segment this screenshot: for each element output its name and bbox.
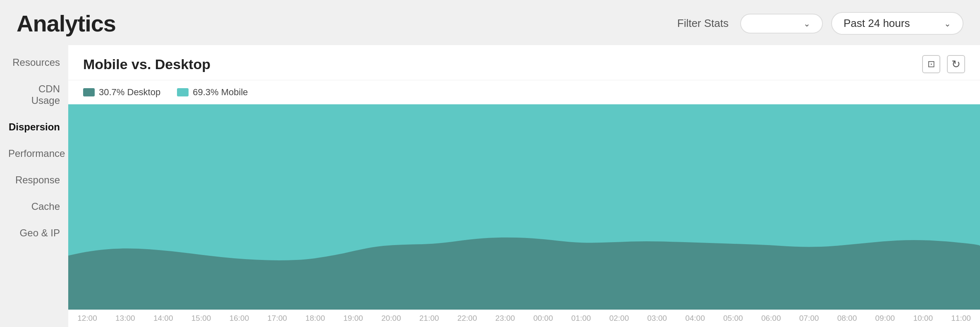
x-label-7: 19:00 (334, 314, 372, 323)
filter-stats-dropdown[interactable]: ⌄ (740, 14, 823, 34)
x-axis: 12:00 13:00 14:00 15:00 16:00 17:00 18:0… (68, 310, 980, 327)
refresh-button[interactable]: ↻ (947, 55, 965, 73)
sidebar-item-response[interactable]: Response (0, 167, 68, 193)
x-label-13: 01:00 (562, 314, 600, 323)
legend-item-mobile: 69.3% Mobile (177, 87, 248, 98)
x-label-17: 05:00 (714, 314, 752, 323)
x-label-1: 13:00 (106, 314, 144, 323)
x-label-15: 03:00 (638, 314, 676, 323)
sidebar-item-resources[interactable]: Resources (0, 49, 68, 76)
export-button[interactable]: ⊡ (922, 55, 940, 73)
sidebar-item-geo-ip[interactable]: Geo & IP (0, 220, 68, 246)
x-label-23: 11:00 (942, 314, 980, 323)
time-range-chevron-icon: ⌄ (944, 19, 951, 29)
x-label-8: 20:00 (372, 314, 410, 323)
x-label-11: 23:00 (486, 314, 524, 323)
mobile-legend-label: 69.3% Mobile (193, 87, 248, 98)
x-label-20: 08:00 (828, 314, 866, 323)
export-icon: ⊡ (927, 59, 935, 70)
sidebar-item-performance[interactable]: Performance (0, 140, 68, 167)
x-label-10: 22:00 (448, 314, 486, 323)
x-label-3: 15:00 (182, 314, 220, 323)
desktop-legend-label: 30.7% Desktop (99, 87, 160, 98)
x-label-14: 02:00 (600, 314, 638, 323)
chart-actions: ⊡ ↻ (922, 55, 965, 73)
time-range-dropdown[interactable]: Past 24 hours ⌄ (831, 12, 963, 35)
chart-legend: 30.7% Desktop 69.3% Mobile (68, 80, 980, 104)
x-label-4: 16:00 (220, 314, 258, 323)
filter-chevron-icon: ⌄ (803, 19, 810, 29)
chart-svg (68, 104, 980, 310)
mobile-swatch (177, 88, 189, 96)
x-label-5: 17:00 (258, 314, 296, 323)
time-range-label: Past 24 hours (844, 17, 910, 30)
page-title: Analytics (17, 10, 116, 37)
desktop-swatch (83, 88, 95, 96)
x-label-12: 00:00 (524, 314, 562, 323)
sidebar: Resources CDN Usage Dispersion Performan… (0, 45, 68, 327)
chart-header: Mobile vs. Desktop ⊡ ↻ (68, 45, 980, 80)
filter-stats-label: Filter Stats (677, 17, 729, 30)
header: Analytics Filter Stats ⌄ Past 24 hours ⌄ (0, 0, 980, 45)
legend-item-desktop: 30.7% Desktop (83, 87, 160, 98)
x-label-9: 21:00 (410, 314, 448, 323)
x-label-6: 18:00 (296, 314, 334, 323)
x-label-21: 09:00 (866, 314, 904, 323)
main-content: Resources CDN Usage Dispersion Performan… (0, 45, 980, 327)
chart-area: Mobile vs. Desktop ⊡ ↻ 30.7% Desktop (68, 45, 980, 327)
header-controls: Filter Stats ⌄ Past 24 hours ⌄ (677, 12, 963, 35)
x-label-2: 14:00 (144, 314, 182, 323)
x-label-18: 06:00 (752, 314, 790, 323)
sidebar-item-cache[interactable]: Cache (0, 193, 68, 220)
refresh-icon: ↻ (951, 58, 961, 71)
sidebar-item-cdn-usage[interactable]: CDN Usage (0, 76, 68, 114)
sidebar-item-dispersion[interactable]: Dispersion (0, 114, 68, 140)
x-label-19: 07:00 (790, 314, 828, 323)
x-label-22: 10:00 (904, 314, 942, 323)
chart-title: Mobile vs. Desktop (83, 56, 210, 72)
x-label-0: 12:00 (68, 314, 106, 323)
x-label-16: 04:00 (676, 314, 714, 323)
